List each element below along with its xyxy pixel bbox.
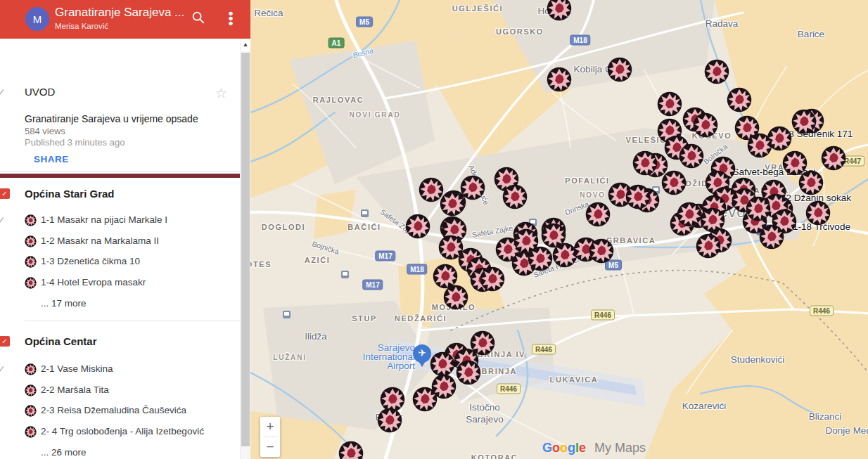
google-logo-letter: G	[542, 441, 552, 455]
list-item-label: 2-3 Reisa Džemaludina Čauševića	[41, 405, 186, 415]
locality-label: Donje Među	[826, 425, 868, 436]
shell-impact-marker[interactable]	[696, 233, 721, 259]
list-item-label: 2-2 Maršala Tita	[41, 384, 109, 395]
road-badge: R446	[497, 384, 521, 394]
transit-glyph	[362, 211, 367, 214]
sidebar-scrollbar[interactable]: ▲	[240, 39, 250, 459]
airport-pin-tail	[419, 361, 426, 367]
more-link-label: ... 17 more	[41, 298, 87, 309]
map-canvas[interactable]: SarajevoUGLJEŠIĆIUGORSKORAJLOVACNOVI GRA…	[250, 0, 868, 459]
sidebar-header: M Granatiranje Sarajeva ... Merisa Karov…	[0, 0, 250, 39]
shell-impact-marker[interactable]	[791, 109, 817, 134]
shell-marker-icon	[25, 384, 37, 396]
layer-items: ✓ 1-1 Masakr na pijaci Markale I 1-2 Mas…	[0, 210, 241, 293]
shell-impact-marker[interactable]	[661, 170, 687, 195]
zoom-out-button[interactable]: −	[260, 437, 280, 457]
locality-label: Barice	[798, 29, 824, 39]
list-item-label: 1-3 Dženetića čikma 10	[41, 256, 140, 266]
shell-impact-marker[interactable]	[693, 112, 718, 138]
airport-pin-icon[interactable]: ✈	[413, 344, 431, 363]
section-separator	[0, 171, 241, 172]
shell-impact-marker[interactable]	[440, 191, 465, 216]
road-badge: R446	[810, 306, 834, 316]
list-item[interactable]: 2-3 Reisa Džemaludina Čauševića	[0, 401, 241, 422]
list-item[interactable]: 2-1 Vase Miskina	[0, 359, 241, 380]
road-badge: R446	[591, 310, 615, 321]
shell-impact-marker[interactable]	[456, 360, 481, 385]
airport-label: Sarajevo International Airport	[302, 343, 415, 370]
district-label: BAČIĆI	[347, 223, 381, 231]
shell-impact-marker[interactable]	[805, 200, 831, 226]
search-icon[interactable]	[191, 10, 209, 28]
locality-label: Blizanci	[809, 411, 842, 422]
list-item[interactable]: 1-4 Hotel Evropa masakr	[0, 273, 241, 294]
scroll-up-arrow-icon[interactable]: ▲	[241, 39, 250, 51]
scrollbar-thumb[interactable]	[241, 53, 250, 446]
shell-impact-marker[interactable]	[727, 87, 752, 112]
google-logo-letter: o	[560, 441, 568, 455]
layer-checkbox[interactable]: ✓	[0, 336, 10, 347]
shell-impact-marker[interactable]	[679, 143, 704, 169]
road-badge: M17	[375, 251, 395, 261]
shell-impact-marker[interactable]	[821, 146, 846, 171]
transit-stop-icon	[283, 311, 291, 318]
layer-items: ✓ 2-1 Vase Miskina 2-2 Maršala Tita 2-3 …	[0, 359, 241, 442]
shell-impact-marker[interactable]	[625, 184, 651, 209]
shell-impact-marker[interactable]	[759, 224, 784, 250]
list-item[interactable]: 1-2 Masakr na Markalama II	[0, 231, 241, 252]
road-badge: R446	[532, 344, 556, 355]
divider	[25, 321, 241, 321]
overflow-menu-icon[interactable]: •••	[222, 10, 240, 28]
district-label: UGLJEŠIĆI	[452, 4, 503, 13]
shell-impact-marker[interactable]	[430, 351, 455, 377]
avatar[interactable]: M	[25, 7, 49, 31]
shell-impact-marker[interactable]	[585, 202, 611, 227]
map-description-title: Granatiranje Sarajeva u vrijeme opsade	[25, 113, 229, 124]
shell-impact-marker[interactable]	[746, 196, 771, 221]
shell-impact-marker[interactable]	[443, 285, 468, 310]
shell-impact-marker[interactable]	[412, 387, 438, 412]
google-logo-letter: g	[568, 441, 575, 455]
shell-impact-marker[interactable]	[480, 266, 505, 292]
sidebar: M Granatiranje Sarajeva ... Merisa Karov…	[0, 0, 250, 459]
list-item[interactable]: 1-1 Masakr na pijaci Markale I	[0, 210, 241, 231]
shell-impact-marker[interactable]	[502, 184, 528, 209]
shell-marker-icon	[25, 214, 37, 226]
layer-section: ✓Općina Centar✓ 2-1 Vase Miskina 2-2 Mar…	[0, 334, 241, 459]
star-icon[interactable]: ☆	[215, 85, 227, 101]
shell-impact-marker[interactable]	[798, 170, 824, 195]
shell-impact-marker[interactable]	[528, 246, 553, 271]
shell-impact-marker[interactable]	[589, 238, 614, 264]
share-button[interactable]: SHARE	[34, 154, 69, 164]
shell-impact-marker[interactable]	[377, 408, 402, 433]
list-item-label: 2-1 Vase Miskina	[41, 363, 113, 374]
more-link[interactable]: ... 17 more	[0, 293, 241, 314]
district-label: OTES	[250, 260, 272, 269]
sidebar-body: ✓ UVOD ☆ Granatiranje Sarajeva u vrijeme…	[0, 39, 250, 459]
more-link-label: ... 26 more	[41, 447, 87, 458]
shell-impact-marker[interactable]	[338, 441, 364, 459]
layer-checkbox[interactable]: ✓	[0, 188, 10, 199]
section-label-uvod[interactable]: UVOD	[25, 86, 55, 98]
shell-impact-marker[interactable]	[704, 59, 729, 84]
shell-impact-marker[interactable]	[747, 133, 772, 158]
shell-impact-marker[interactable]	[547, 0, 572, 21]
locality-label: IstočnoSarajevo	[466, 401, 503, 425]
list-item-label: 1-1 Masakr na pijaci Markale I	[41, 214, 167, 225]
shell-impact-marker[interactable]	[547, 67, 572, 92]
list-item[interactable]: 2-2 Maršala Tita	[0, 380, 241, 401]
list-item[interactable]: 2- 4 Trg oslobođenja - Alija Izetbegović	[0, 422, 241, 443]
my-maps-label: My Maps	[594, 441, 646, 455]
more-link[interactable]: ... 26 more	[0, 442, 241, 459]
shell-impact-marker[interactable]	[657, 91, 682, 117]
district-label: STUP	[352, 314, 377, 323]
shell-impact-marker[interactable]	[607, 57, 632, 82]
list-item[interactable]: 1-3 Dženetića čikma 10	[0, 252, 241, 273]
zoom-in-button[interactable]: +	[260, 417, 280, 437]
map-zoom-controls: + −	[260, 417, 280, 457]
layer-title: Općina Centar	[25, 335, 97, 347]
shell-impact-marker[interactable]	[632, 150, 658, 176]
shell-impact-marker[interactable]	[677, 202, 702, 227]
uvod-check-icon[interactable]: ✓	[0, 86, 6, 98]
shell-impact-marker[interactable]	[405, 214, 430, 239]
